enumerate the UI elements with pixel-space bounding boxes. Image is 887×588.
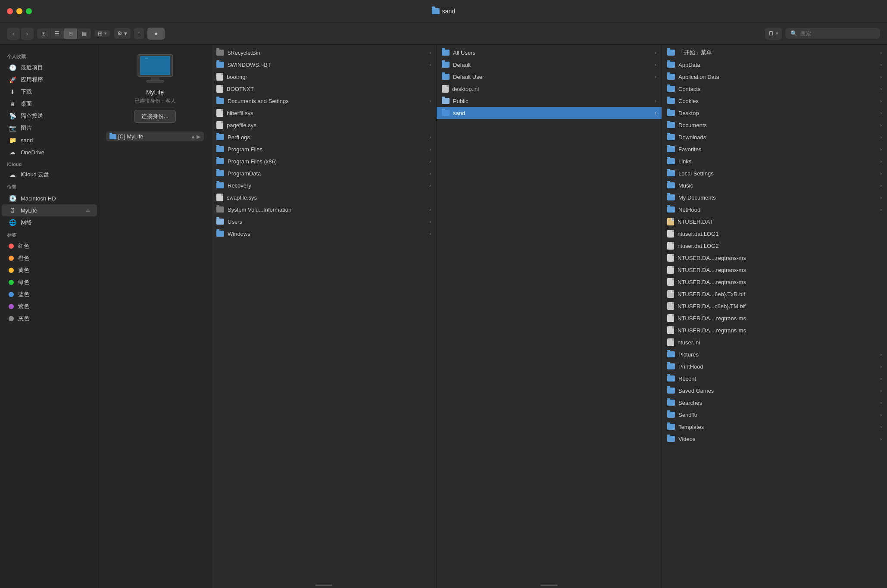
list-item[interactable]: Saved Games › — [662, 385, 887, 397]
sidebar-item-blue[interactable]: 蓝色 — [2, 288, 97, 300]
list-item[interactable]: Videos › — [662, 433, 887, 445]
list-item[interactable]: desktop.ini — [437, 83, 662, 95]
list-item[interactable]: Program Files › — [211, 143, 436, 155]
list-item-users[interactable]: Users › — [211, 216, 436, 228]
list-item[interactable]: Recent › — [662, 372, 887, 385]
list-item-sand-selected[interactable]: sand › — [437, 107, 662, 119]
list-item-recovery[interactable]: Recovery › — [211, 179, 436, 191]
file-name: Recovery — [228, 182, 426, 189]
list-item[interactable]: bootmgr — [211, 71, 436, 83]
list-item[interactable]: NTUSER.DA....regtrans-ms — [662, 312, 887, 324]
view-icon-button[interactable]: ⊞ — [37, 28, 50, 39]
list-item[interactable]: NTUSER.DA...c6eb}.TM.blf — [662, 300, 887, 312]
list-item[interactable]: Program Files (x86) › — [211, 155, 436, 167]
file-name: Recent — [678, 375, 877, 382]
list-item[interactable]: Public › — [437, 95, 662, 107]
list-item[interactable]: ProgramData › — [211, 167, 436, 179]
sidebar-item-grey[interactable]: 灰色 — [2, 313, 97, 325]
list-item[interactable]: Favorites › — [662, 143, 887, 155]
list-item[interactable]: NTUSER.DA....regtrans-ms — [662, 324, 887, 336]
sidebar-item-recents[interactable]: 🕐 最近项目 — [2, 62, 97, 74]
view-list-button[interactable]: ☰ — [50, 28, 64, 39]
list-item[interactable]: NetHood › — [662, 203, 887, 216]
list-item[interactable]: PrintHood › — [662, 360, 887, 372]
sidebar-item-purple[interactable]: 紫色 — [2, 300, 97, 313]
list-item[interactable]: NTUSER.DA....regtrans-ms — [662, 276, 887, 288]
breadcrumb-up-icon[interactable]: ▲ — [191, 134, 196, 140]
close-button[interactable] — [7, 8, 13, 14]
list-item-templates[interactable]: Templates › — [662, 421, 887, 433]
sidebar-item-mylife[interactable]: 🖥 MyLife ⏏ — [2, 204, 97, 216]
sidebar-item-apps[interactable]: 🚀 应用程序 — [2, 74, 97, 86]
list-item[interactable]: System Volu...Information › — [211, 203, 436, 216]
list-item[interactable]: AppData › — [662, 59, 887, 71]
list-item[interactable]: Links › — [662, 155, 887, 167]
sidebar-item-onedrive[interactable]: ☁ OneDrive — [2, 146, 97, 158]
list-item[interactable]: BOOTNXT — [211, 83, 436, 95]
list-item[interactable]: Documents › — [662, 119, 887, 131]
sidebar-item-sand[interactable]: 📁 sand — [2, 134, 97, 146]
list-item[interactable]: pagefile.sys — [211, 119, 436, 131]
breadcrumb-expand-icon[interactable]: ▶ — [197, 134, 200, 140]
connect-button[interactable]: 连接身份... — [134, 110, 176, 123]
list-item-local-settings[interactable]: Local Settings › — [662, 167, 887, 179]
list-item[interactable]: All Users › — [437, 47, 662, 59]
list-item[interactable]: My Documents › — [662, 191, 887, 203]
list-item[interactable]: Default User › — [437, 71, 662, 83]
search-bar[interactable]: 🔍 — [785, 28, 880, 39]
list-item[interactable]: PerfLogs › — [211, 131, 436, 143]
list-item[interactable]: Pictures › — [662, 348, 887, 360]
list-item[interactable]: Documents and Settings › — [211, 95, 436, 107]
list-item-downloads[interactable]: Downloads › — [662, 131, 887, 143]
list-item[interactable]: Windows › — [211, 228, 436, 240]
sidebar-item-airdrop[interactable]: 📡 隔空投送 — [2, 110, 97, 122]
list-item-application-data[interactable]: Application Data › — [662, 71, 887, 83]
list-item[interactable]: Music › — [662, 179, 887, 191]
list-item-searches[interactable]: Searches › — [662, 397, 887, 409]
eject-icon[interactable]: ⏏ — [86, 208, 90, 213]
list-item[interactable]: SendTo › — [662, 409, 887, 421]
list-item[interactable]: 「开始」菜单 › — [662, 47, 887, 59]
list-item[interactable]: NTUSER.DA...6eb}.TxR.blf — [662, 288, 887, 300]
sidebar-item-macintosh-hd[interactable]: 💽 Macintosh HD — [2, 192, 97, 204]
list-item[interactable]: Cookies › — [662, 95, 887, 107]
fullscreen-button[interactable] — [26, 8, 32, 14]
back-button[interactable]: ‹ — [7, 28, 20, 40]
list-item[interactable]: ntuser.ini — [662, 336, 887, 348]
sidebar-item-orange[interactable]: 橙色 — [2, 252, 97, 264]
minimize-button[interactable] — [16, 8, 22, 14]
sidebar-item-downloads[interactable]: ⬇ 下载 — [2, 86, 97, 98]
info-button-area[interactable]: 🗒 ▾ — [765, 28, 782, 40]
sidebar-item-yellow[interactable]: 黄色 — [2, 264, 97, 276]
chevron-right-icon: › — [880, 388, 882, 393]
list-item[interactable]: NTUSER.DAT — [662, 216, 887, 228]
list-item[interactable]: $WINDOWS.~BT › — [211, 59, 436, 71]
file-name: pagefile.sys — [227, 122, 431, 128]
tag-button[interactable]: ● — [147, 28, 165, 40]
view-column-button[interactable]: ⊟ — [64, 28, 78, 39]
forward-button[interactable]: › — [21, 28, 34, 40]
sidebar-item-desktop[interactable]: 🖥 桌面 — [2, 98, 97, 110]
sidebar-item-green[interactable]: 绿色 — [2, 276, 97, 288]
list-item[interactable]: ntuser.dat.LOG2 — [662, 240, 887, 252]
list-item[interactable]: swapfile.sys — [211, 191, 436, 203]
file-name: SendTo — [678, 412, 877, 418]
list-item[interactable]: $Recycle.Bin › — [211, 47, 436, 59]
sidebar-item-photos[interactable]: 📷 图片 — [2, 122, 97, 134]
list-item[interactable]: ntuser.dat.LOG1 — [662, 228, 887, 240]
list-item[interactable]: Contacts › — [662, 83, 887, 95]
list-item[interactable]: NTUSER.DA....regtrans-ms — [662, 264, 887, 276]
list-item[interactable]: Desktop › — [662, 107, 887, 119]
list-item[interactable]: NTUSER.DA....regtrans-ms — [662, 252, 887, 264]
share-button[interactable]: ↑ — [134, 28, 144, 39]
list-item[interactable]: hiberfil.sys — [211, 107, 436, 119]
folder-icon — [442, 98, 450, 104]
breadcrumb[interactable]: [C] MyLife ▲ ▶ — [106, 131, 204, 141]
action-button[interactable]: ⚙ ▾ — [114, 28, 131, 39]
list-item[interactable]: Default › — [437, 59, 662, 71]
view-cover-button[interactable]: ▦ — [78, 28, 91, 39]
sidebar-item-network[interactable]: 🌐 网络 — [2, 216, 97, 228]
sidebar-item-icloud-drive[interactable]: ☁ iCloud 云盘 — [2, 169, 97, 181]
search-input[interactable] — [800, 30, 875, 37]
sidebar-item-red[interactable]: 红色 — [2, 240, 97, 252]
